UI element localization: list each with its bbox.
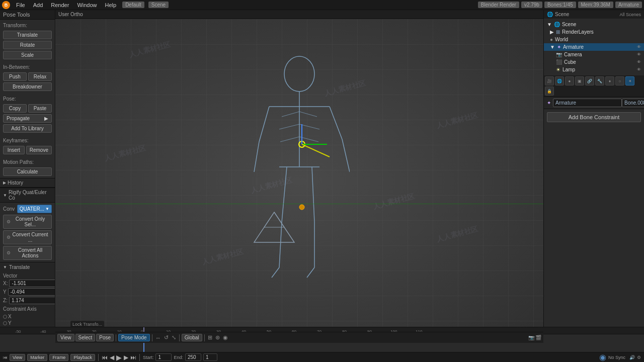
- tab-bone-constraints[interactable]: 🔒: [545, 86, 554, 96]
- axis-y-radio[interactable]: Y: [3, 320, 52, 326]
- add-to-library-button[interactable]: Add To Library: [3, 124, 52, 133]
- timeline-marker-button[interactable]: Marker: [27, 354, 47, 361]
- history-section-title[interactable]: ▶ History: [0, 178, 55, 188]
- tab-bone[interactable]: ✦: [625, 76, 634, 85]
- menu-file[interactable]: File: [14, 2, 27, 9]
- armature-field-row: ✦: [547, 99, 622, 107]
- conv-label: Conv: [3, 206, 16, 212]
- rotate-icon[interactable]: ↺: [163, 334, 170, 341]
- scene-item[interactable]: ▼ 🌐 Scene: [544, 21, 644, 28]
- frame-field[interactable]: [203, 353, 217, 361]
- engine-badge[interactable]: Blender Render: [478, 2, 519, 8]
- world-item[interactable]: ● World: [544, 36, 644, 43]
- camera-eye-icon[interactable]: 👁: [637, 52, 641, 57]
- svg-line-17: [279, 124, 299, 129]
- armature-field[interactable]: [553, 99, 622, 107]
- push-button[interactable]: Push: [3, 72, 27, 81]
- insert-button[interactable]: Insert: [3, 146, 25, 154]
- start-field[interactable]: [155, 353, 172, 361]
- viewport[interactable]: User Ortho 人人素材社区 人人素材社区 人人素材社区 人人素材社区 人…: [55, 10, 543, 352]
- view-button[interactable]: View: [57, 334, 74, 341]
- timeline-playback-button[interactable]: Playback: [70, 354, 95, 361]
- menu-window[interactable]: Window: [75, 2, 99, 9]
- camera-icon[interactable]: 📷: [528, 335, 534, 340]
- bottom-bar: ⏮ View Marker Frame Playback ⏮ ◀ ▶ ▶ ⏭ S…: [0, 352, 644, 362]
- properties-header: ✦: [544, 97, 644, 109]
- convert-all-icon: ⚙: [7, 250, 11, 255]
- breakdowner-button[interactable]: Breakdowner: [3, 82, 52, 91]
- select-button[interactable]: Select: [75, 334, 96, 341]
- step-forward-icon[interactable]: ▶: [124, 354, 128, 361]
- tab-world[interactable]: ●: [565, 76, 574, 85]
- tab-render[interactable]: 🎥: [545, 76, 554, 85]
- translate-button[interactable]: Translate: [3, 31, 52, 39]
- z-value[interactable]: [9, 297, 55, 304]
- render-icon[interactable]: 🎬: [535, 335, 541, 340]
- bone-field[interactable]: [622, 99, 644, 107]
- constraint-axis-label: Constraint Axis: [3, 305, 52, 313]
- proportional-icon[interactable]: ◉: [222, 334, 229, 341]
- relax-button[interactable]: Relax: [28, 72, 52, 81]
- convert-all-button[interactable]: ⚙ Convert All Actions: [3, 246, 52, 260]
- pose-button[interactable]: Pose: [96, 334, 114, 341]
- tab-constraints[interactable]: 🔗: [585, 76, 594, 85]
- camera-item[interactable]: 📷 Camera 👁: [544, 51, 644, 58]
- grid-icon[interactable]: ⊞: [207, 334, 213, 341]
- add-bone-constraint-button[interactable]: Add Bone Constraint: [547, 112, 641, 122]
- pose-mode-button[interactable]: Pose Mode: [118, 334, 150, 341]
- cube-item[interactable]: ⬛ Cube 👁: [544, 58, 644, 66]
- all-scenes-label[interactable]: All Scenes: [619, 12, 641, 17]
- keyframe-dot-icon[interactable]: ◉: [599, 352, 606, 362]
- end-field[interactable]: [185, 353, 201, 361]
- menu-help[interactable]: Help: [103, 2, 119, 9]
- tab-modifiers[interactable]: 🔧: [595, 76, 604, 85]
- x-value[interactable]: [9, 280, 55, 287]
- rigify-section-title[interactable]: ▼ Rigify Quat/Euler Co: [0, 188, 55, 203]
- axis-x-radio[interactable]: X: [3, 314, 52, 319]
- viewport-canvas[interactable]: 人人素材社区 人人素材社区 人人素材社区 人人素材社区 人人素材社区 人人素材社…: [55, 19, 543, 343]
- svg-line-15: [282, 112, 299, 117]
- menu-render[interactable]: Render: [49, 2, 71, 9]
- rotate-button[interactable]: Rotate: [3, 41, 52, 49]
- viewport-mode-label: User Ortho: [58, 12, 83, 17]
- tab-scene[interactable]: 🌐: [555, 76, 564, 85]
- scale-icon[interactable]: ⤡: [171, 334, 177, 341]
- play-icon[interactable]: ▶: [116, 353, 122, 361]
- lamp-item[interactable]: ☀ Lamp 👁: [544, 66, 644, 73]
- timeline-frame-button[interactable]: Frame: [49, 354, 68, 361]
- camera-label: Camera: [564, 52, 582, 57]
- y-value[interactable]: [8, 288, 55, 296]
- global-button[interactable]: Global: [182, 334, 202, 341]
- propagate-button[interactable]: Propagate ▶: [3, 114, 52, 123]
- scene-badge[interactable]: Scene: [148, 2, 169, 8]
- armature-item[interactable]: ▼ ✦ Armature 👁: [544, 43, 644, 51]
- calculate-button[interactable]: Calculate: [3, 167, 52, 176]
- tab-material[interactable]: ○: [615, 76, 624, 85]
- svg-line-14: [307, 267, 314, 278]
- cube-eye-icon[interactable]: 👁: [637, 60, 641, 64]
- step-back-icon[interactable]: ◀: [110, 354, 114, 361]
- remove-button[interactable]: Remove: [26, 146, 52, 154]
- armature-label: Armature: [563, 44, 584, 50]
- settings-icon[interactable]: ⚙: [637, 355, 641, 360]
- render-layers-item[interactable]: ▶ ⊞ RenderLayers: [544, 28, 644, 36]
- menu-add[interactable]: Add: [31, 2, 45, 9]
- tab-object[interactable]: ▣: [575, 76, 584, 85]
- skip-start-icon[interactable]: ⏮: [102, 354, 108, 361]
- audio-icon[interactable]: 🔊: [629, 355, 635, 360]
- skip-end-icon[interactable]: ⏭: [130, 354, 136, 361]
- armature-eye-icon[interactable]: 👁: [637, 45, 641, 49]
- convert-current-button[interactable]: ⚙ Convert Current ...: [3, 230, 52, 244]
- snap-icon[interactable]: ⊛: [214, 334, 221, 341]
- scale-button[interactable]: Scale: [3, 51, 52, 59]
- paste-button[interactable]: Paste: [28, 104, 52, 113]
- layout-badge[interactable]: Default: [122, 2, 144, 8]
- quater-button[interactable]: QUATER...▼: [17, 205, 52, 213]
- convert-only-button[interactable]: ⚙ Convert Only Sel...: [3, 215, 52, 229]
- move-icon[interactable]: ↔: [154, 335, 162, 341]
- tab-data[interactable]: ♦: [605, 76, 614, 85]
- timeline-view-button[interactable]: View: [10, 354, 25, 361]
- copy-button[interactable]: Copy: [3, 104, 27, 113]
- lamp-eye-icon[interactable]: 👁: [637, 67, 641, 72]
- push-relax-row: Push Relax: [3, 72, 52, 81]
